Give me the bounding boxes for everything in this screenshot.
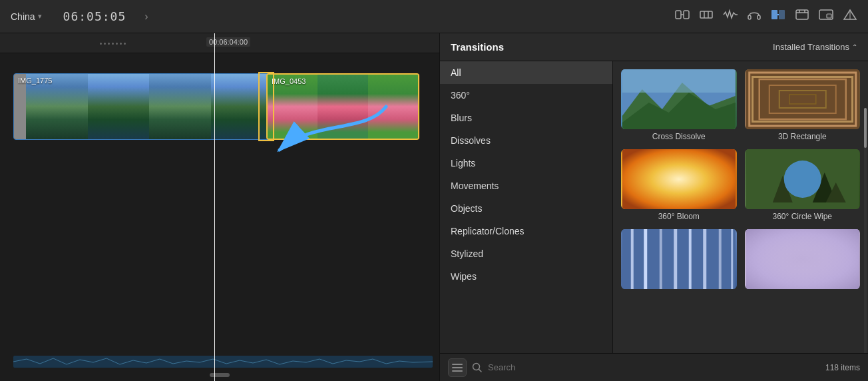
scroll-indicator[interactable]: [210, 373, 230, 377]
svg-rect-1: [684, 11, 689, 19]
transition-360-bloom-thumb: [621, 149, 737, 209]
svg-rect-11: [796, 10, 808, 19]
installed-transitions-dropdown[interactable]: Installed Transitions ⌃: [773, 42, 857, 52]
sidebar-toggle-button[interactable]: [448, 358, 467, 377]
transition-360-bloom[interactable]: 360° Bloom: [621, 149, 737, 221]
ruler-dot: [108, 43, 110, 45]
category-dissolves[interactable]: Dissolves: [440, 129, 612, 152]
search-bar: 118 items: [440, 353, 868, 381]
ruler-timecode: 00:06:04:00: [206, 37, 250, 47]
transition-360-circle-wipe-label: 360° Circle Wipe: [745, 212, 861, 221]
svg-rect-22: [622, 69, 736, 93]
transition-3d-rect-thumb: [745, 69, 861, 129]
clip-icon[interactable]: [795, 9, 809, 24]
grid-wrapper: Cross Dissolve: [613, 61, 868, 353]
category-objects[interactable]: Objects: [440, 197, 612, 220]
transition-blur-fade-thumb: [745, 229, 861, 289]
main-area: 00:06:04:00 IMG_1775: [0, 33, 868, 381]
ruler-dots: [100, 33, 126, 53]
ruler-dot: [124, 43, 126, 45]
timeline-ruler: 00:06:04:00: [0, 33, 439, 53]
clip-img0453-label: IMG_0453: [272, 77, 306, 85]
transition-blur-fade[interactable]: [745, 229, 861, 292]
transition-360-circle-wipe[interactable]: 360° Circle Wipe: [745, 149, 861, 221]
thumb-frame-7: [368, 75, 418, 139]
picture-in-picture-icon[interactable]: [819, 9, 833, 24]
thumb-frame-4: [211, 74, 273, 139]
search-input[interactable]: [488, 362, 820, 372]
circle-overlay: [785, 163, 819, 196]
category-movements[interactable]: Movements: [440, 175, 612, 197]
panel-body: All 360° Blurs Dissolves Lights Movement…: [440, 61, 868, 353]
project-name[interactable]: China ▾: [11, 11, 42, 22]
thumb-svg-360-bloom: [621, 149, 737, 209]
transition-vertical-lines[interactable]: [621, 229, 737, 292]
clip-img0453[interactable]: IMG_0453: [266, 73, 419, 140]
thumb-frame-3: [149, 74, 211, 139]
ruler-dot: [116, 43, 118, 45]
forward-arrow-icon[interactable]: ›: [144, 11, 148, 23]
trim-icon[interactable]: [699, 9, 714, 24]
svg-rect-48: [452, 370, 463, 372]
toolbar-icons: [675, 9, 857, 24]
bracket-bottom: [258, 140, 274, 141]
scrollbar-thumb[interactable]: [864, 108, 867, 148]
transition-3d-rect[interactable]: 3D Rectangle: [745, 69, 861, 141]
transition-cross-dissolve-label: Cross Dissolve: [621, 132, 737, 141]
timeline-playhead: [214, 53, 215, 381]
transitions-panel: Transitions Installed Transitions ⌃ All …: [439, 33, 868, 381]
transition-cross-dissolve-thumb: [621, 69, 737, 129]
chevron-down-icon: ▾: [38, 12, 42, 21]
timeline-area: 00:06:04:00 IMG_1775: [0, 33, 439, 381]
svg-rect-6: [748, 15, 751, 19]
thumb-svg-cross-dissolve: [621, 69, 737, 129]
category-blurs[interactable]: Blurs: [440, 107, 612, 129]
svg-rect-29: [622, 149, 736, 209]
project-name-label: China: [11, 11, 35, 22]
svg-rect-45: [746, 229, 859, 289]
ruler-dot: [120, 43, 122, 45]
transition-360-circle-wipe-thumb: [745, 149, 861, 209]
ruler-dot: [112, 43, 114, 45]
magnetic-timeline-icon[interactable]: [675, 9, 690, 24]
thumb-svg-vertical-lines: [621, 229, 737, 289]
svg-rect-46: [452, 364, 463, 365]
scrollbar-track: [864, 108, 867, 353]
svg-rect-8: [771, 10, 777, 19]
rect-overlay-1: [752, 76, 854, 123]
svg-rect-35: [622, 229, 736, 289]
audio-track: [13, 356, 433, 368]
video-track: IMG_1775 IMG_0453: [0, 73, 439, 147]
svg-rect-9: [779, 10, 785, 19]
category-stylized[interactable]: Stylized: [440, 242, 612, 265]
category-all[interactable]: All: [440, 61, 612, 84]
svg-rect-16: [827, 14, 831, 18]
svg-rect-3: [700, 11, 712, 18]
headphones-icon[interactable]: [747, 9, 761, 24]
svg-rect-47: [452, 367, 463, 368]
thumb-frame-6: [318, 75, 367, 139]
transition-360-bloom-label: 360° Bloom: [621, 212, 737, 221]
transition-cross-dissolve[interactable]: Cross Dissolve: [621, 69, 737, 141]
timeline-tracks: IMG_1775 IMG_0453: [0, 53, 439, 381]
thumb-frame-2: [88, 74, 150, 139]
playhead-ruler-marker: [214, 33, 215, 53]
svg-rect-7: [758, 15, 760, 19]
transitions-grid: Cross Dissolve: [613, 61, 868, 300]
clip-img1775-label: IMG_1775: [18, 77, 52, 85]
clip-img1775[interactable]: IMG_1775: [13, 73, 273, 140]
svg-rect-0: [676, 11, 681, 19]
category-wipes[interactable]: Wipes: [440, 265, 612, 288]
sidebar-icon: [452, 364, 463, 372]
items-count: 118 items: [825, 363, 860, 372]
category-replicator[interactable]: Replicator/Clones: [440, 220, 612, 242]
category-lights[interactable]: Lights: [440, 152, 612, 175]
audio-waveform-icon[interactable]: [723, 9, 738, 24]
color-icon[interactable]: [843, 9, 857, 24]
thumb-svg-blur-fade: [745, 229, 861, 289]
category-360[interactable]: 360°: [440, 84, 612, 107]
panel-header: Transitions Installed Transitions ⌃: [440, 33, 868, 61]
transition-vertical-lines-thumb: [621, 229, 737, 289]
transitions-icon[interactable]: [771, 9, 785, 24]
ruler-dot: [100, 43, 102, 45]
